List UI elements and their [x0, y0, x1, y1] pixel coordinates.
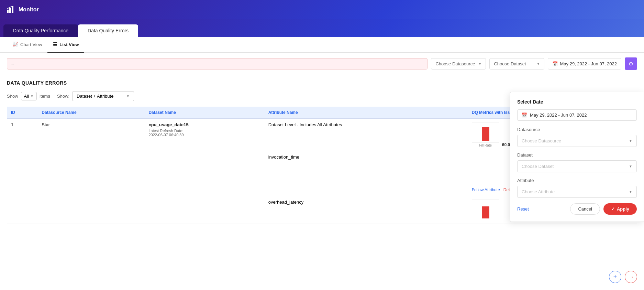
fab-arrow-button[interactable]: → — [625, 271, 637, 283]
calendar-icon: 📅 — [552, 61, 558, 66]
cell-dataset: cpu_usage_date15 Latest Refresh Date:202… — [144, 119, 264, 151]
show-type-select[interactable]: Dataset + Attribute ▼ — [72, 91, 134, 101]
app-name: Monitor — [19, 7, 39, 13]
dataset-label: Dataset — [517, 152, 637, 158]
mini-chart-2 — [472, 200, 499, 220]
follow-attribute-link[interactable]: Follow Attribute — [472, 187, 500, 192]
tabs-bar: Data Quality Performance Data Quality Er… — [0, 19, 644, 37]
reset-button[interactable]: Reset — [517, 206, 529, 212]
col-attribute: Attribute Name — [264, 107, 468, 119]
filter-attribute-select[interactable]: Choose Attribute ▼ — [517, 186, 637, 198]
col-datasource: Datasource Name — [37, 107, 144, 119]
dataset-dropdown[interactable]: Choose Dataset ▼ — [489, 58, 544, 69]
bar — [482, 127, 489, 141]
svg-rect-1 — [9, 8, 11, 13]
cell-attribute-2: invocation_time — [264, 151, 468, 196]
fab-plus-button[interactable]: + — [609, 271, 621, 283]
cell-id: 1 — [7, 119, 37, 151]
cell-attribute-3: overhead_latency — [264, 196, 468, 224]
filter-datasource-select[interactable]: Choose Datasource ▼ — [517, 135, 637, 147]
date-range-button[interactable]: 📅 May 29, 2022 - Jun 07, 2022 — [548, 58, 621, 69]
sub-tab-chart[interactable]: 📈 Chart View — [7, 37, 47, 53]
cancel-button[interactable]: Cancel — [570, 203, 600, 215]
col-id: ID — [7, 107, 37, 119]
filter-actions: Reset Cancel ✓ Apply — [517, 203, 637, 215]
mini-chart — [472, 122, 499, 143]
main-content: 📈 Chart View ☰ List View Choose Datasour… — [0, 37, 644, 290]
show-count-select[interactable]: All ▼ — [21, 92, 37, 100]
apply-button[interactable]: ✓ Apply — [603, 203, 637, 215]
chart-icon: 📈 — [12, 42, 18, 47]
datasource-label: Datasource — [517, 127, 637, 132]
bar-2 — [482, 206, 489, 218]
cell-attribute: Dataset Level - Includes All Attributes — [264, 119, 468, 151]
toolbar: Choose Datasource ▼ Choose Dataset ▼ 📅 M… — [0, 53, 644, 75]
filter-panel: Select Date 📅 May 29, 2022 - Jun 07, 202… — [510, 92, 644, 222]
section-title: DATA QUALITY ERRORS — [7, 80, 637, 86]
chevron-down-icon: ▼ — [30, 94, 34, 98]
arrow-right-icon: → — [628, 273, 634, 281]
attribute-label: Attribute — [517, 178, 637, 183]
filter-button[interactable]: ⚙ — [625, 57, 637, 70]
filter-date-button[interactable]: 📅 May 29, 2022 - Jun 07, 2022 — [517, 109, 637, 121]
sub-tab-list[interactable]: ☰ List View — [47, 37, 84, 53]
app-header: Monitor — [0, 0, 644, 19]
datasource-dropdown[interactable]: Choose Datasource ▼ — [431, 58, 486, 69]
chevron-down-icon: ▼ — [126, 94, 130, 98]
list-icon: ☰ — [53, 42, 57, 47]
chevron-down-icon: ▼ — [629, 190, 632, 194]
svg-rect-0 — [7, 10, 9, 13]
fab-area: + → — [609, 271, 637, 283]
logo-icon — [7, 6, 15, 13]
filter-panel-title: Select Date — [517, 99, 637, 105]
chevron-down-icon: ▼ — [629, 164, 632, 168]
check-icon: ✓ — [611, 206, 615, 212]
tab-errors[interactable]: Data Quality Errors — [78, 24, 138, 37]
tab-performance[interactable]: Data Quality Performance — [3, 24, 78, 37]
sub-tabs: 📈 Chart View ☰ List View — [0, 37, 644, 53]
search-input[interactable] — [7, 58, 428, 69]
filter-icon: ⚙ — [629, 61, 633, 67]
app-logo: Monitor — [7, 6, 39, 13]
chevron-down-icon: ▼ — [478, 62, 482, 66]
plus-icon: + — [613, 273, 617, 281]
chevron-down-icon: ▼ — [537, 62, 540, 66]
filter-dataset-select[interactable]: Choose Dataset ▼ — [517, 160, 637, 172]
svg-rect-2 — [12, 6, 13, 13]
col-dataset: Dataset Name — [144, 107, 264, 119]
calendar-icon: 📅 — [522, 112, 527, 118]
cell-datasource: Star — [37, 119, 144, 151]
chevron-down-icon: ▼ — [629, 139, 632, 143]
